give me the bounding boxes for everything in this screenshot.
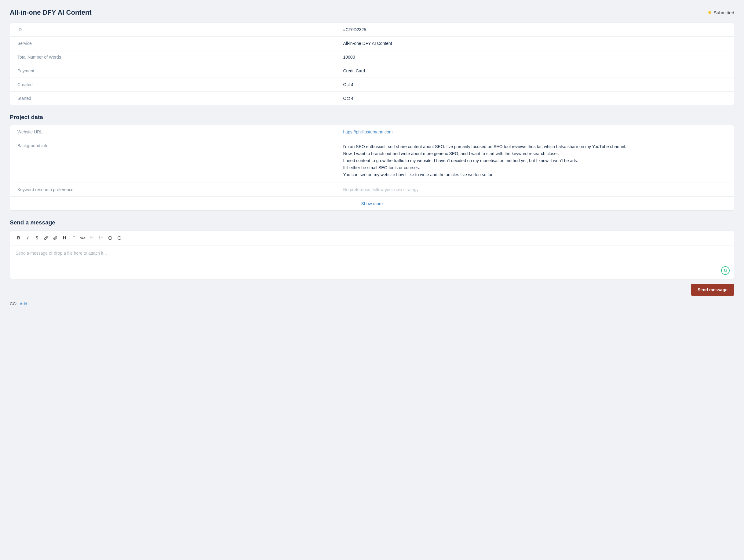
- editor-placeholder: Send a message or drop a file here to at…: [15, 251, 107, 256]
- code-button[interactable]: </>: [78, 234, 87, 242]
- blockquote-button[interactable]: ": [69, 234, 78, 242]
- background-text-line: Now, I want to branch out and write abou…: [343, 151, 559, 156]
- order-detail-label: Service: [10, 37, 336, 50]
- project-data-row: Background info I'm an SEO enthusiast, s…: [10, 139, 734, 183]
- order-detail-label: Created: [10, 78, 336, 91]
- project-data-label: Keyword research preference: [10, 183, 336, 197]
- order-detail-value: 10000: [336, 50, 734, 64]
- project-data-value: No preference, follow your own strategy: [336, 183, 734, 197]
- order-detail-value: All-in-one DFY AI Content: [336, 37, 734, 50]
- order-detail-label: ID: [10, 23, 336, 37]
- send-row: Send message: [10, 284, 734, 296]
- message-editor-area[interactable]: Send a message or drop a file here to at…: [10, 246, 734, 279]
- muted-value: No preference, follow your own strategy: [343, 187, 419, 192]
- order-detail-label: Total Number of Words: [10, 50, 336, 64]
- svg-point-5: [90, 239, 91, 239]
- order-detail-row: Created Oct 4: [10, 78, 734, 91]
- background-text-line: It'll either be small SEO tools or cours…: [343, 165, 420, 170]
- order-detail-label: Payment: [10, 64, 336, 78]
- background-info-text: I'm an SEO enthusiast, so I share conten…: [343, 144, 626, 177]
- cc-row: CC: Add: [10, 301, 734, 306]
- grammarly-icon[interactable]: G: [721, 266, 730, 275]
- link-button[interactable]: [42, 234, 50, 242]
- project-data-row: Keyword research preference No preferenc…: [10, 183, 734, 197]
- heading-button[interactable]: H: [60, 234, 69, 242]
- website-url-link[interactable]: https://phillipstemann.com: [343, 129, 393, 134]
- attachment-button[interactable]: [51, 234, 60, 242]
- italic-button[interactable]: I: [24, 234, 32, 242]
- ordered-list-button[interactable]: 123: [97, 234, 105, 242]
- order-detail-value: Credit Card: [336, 64, 734, 78]
- status-label: Submitted: [713, 10, 734, 15]
- order-detail-row: Payment Credit Card: [10, 64, 734, 78]
- background-text-line: I need content to grow the traffic to my…: [343, 158, 578, 163]
- svg-point-3: [90, 237, 91, 237]
- message-editor-card: B I S H " </> 123: [10, 230, 734, 279]
- show-more-button[interactable]: Show more: [361, 201, 383, 206]
- order-detail-row: Service All-in-one DFY AI Content: [10, 37, 734, 50]
- project-data-title: Project data: [10, 114, 734, 121]
- send-message-title: Send a message: [10, 219, 734, 226]
- bullet-list-button[interactable]: [88, 234, 96, 242]
- order-details-card: ID #CF0D2325 Service All-in-one DFY AI C…: [10, 23, 734, 105]
- send-message-button[interactable]: Send message: [691, 284, 734, 296]
- project-data-label: Website URL: [10, 125, 336, 139]
- redo-button[interactable]: [115, 234, 124, 242]
- bold-button[interactable]: B: [14, 234, 23, 242]
- order-detail-label: Started: [10, 91, 336, 105]
- background-text-line: You can see on my website how I like to …: [343, 172, 493, 177]
- editor-toolbar: B I S H " </> 123: [10, 230, 734, 246]
- project-data-card: Website URL https://phillipstemann.com B…: [10, 125, 734, 211]
- order-detail-row: ID #CF0D2325: [10, 23, 734, 37]
- page-title: All-in-one DFY AI Content: [10, 8, 91, 16]
- order-detail-value: #CF0D2325: [336, 23, 734, 37]
- send-message-section: Send a message B I S H " </> 123: [10, 219, 734, 306]
- undo-button[interactable]: [106, 234, 115, 242]
- project-data-label: Background info: [10, 139, 336, 183]
- project-data-table: Website URL https://phillipstemann.com B…: [10, 125, 734, 196]
- order-details-table: ID #CF0D2325 Service All-in-one DFY AI C…: [10, 23, 734, 105]
- cc-label: CC:: [10, 301, 17, 306]
- background-text-line: I'm an SEO enthusiast, so I share conten…: [343, 144, 626, 149]
- project-data-row: Website URL https://phillipstemann.com: [10, 125, 734, 139]
- page-header: All-in-one DFY AI Content Submitted: [10, 8, 734, 16]
- order-detail-value: Oct 4: [336, 91, 734, 105]
- status-dot: [708, 11, 711, 14]
- order-detail-row: Total Number of Words 10000: [10, 50, 734, 64]
- svg-point-4: [90, 238, 91, 238]
- status-badge: Submitted: [708, 10, 734, 15]
- order-detail-value: Oct 4: [336, 78, 734, 91]
- show-more-row: Show more: [10, 196, 734, 211]
- project-data-value: https://phillipstemann.com: [336, 125, 734, 139]
- order-detail-row: Started Oct 4: [10, 91, 734, 105]
- svg-text:3: 3: [99, 238, 100, 240]
- project-data-section: Project data Website URL https://phillip…: [10, 114, 734, 211]
- strikethrough-button[interactable]: S: [33, 234, 41, 242]
- project-data-value: I'm an SEO enthusiast, so I share conten…: [336, 139, 734, 183]
- cc-add-link[interactable]: Add: [20, 301, 27, 306]
